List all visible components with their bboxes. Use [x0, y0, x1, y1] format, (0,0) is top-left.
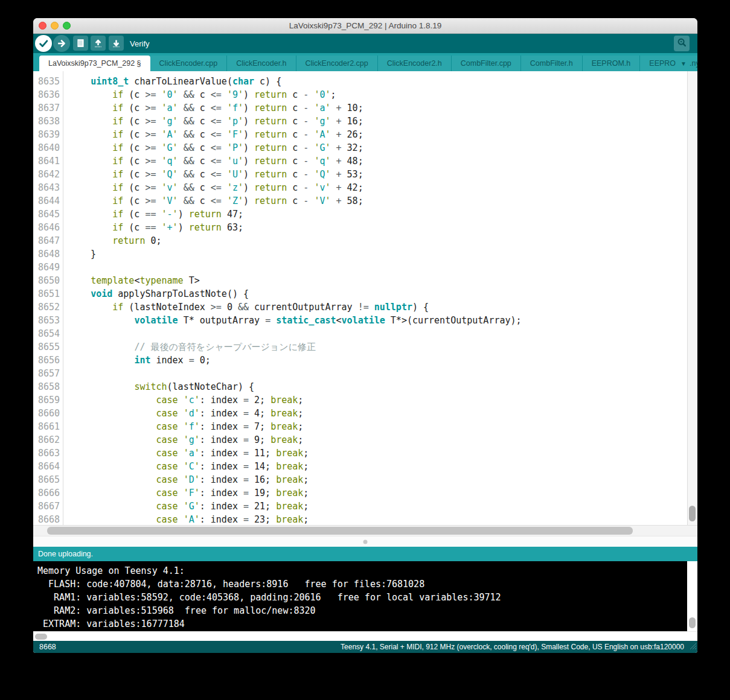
code-line[interactable]: 8648 } — [33, 247, 687, 261]
editor-vertical-scrollbar-thumb[interactable] — [689, 506, 696, 521]
tab-bar: LaVoixski9p73_PCM_292 §ClickEncoder.cppC… — [33, 53, 697, 71]
open-button[interactable] — [91, 36, 106, 51]
tab-label: ClickEncoder2.h — [387, 59, 442, 68]
tab-clickencoder-cpp[interactable]: ClickEncoder.cpp — [150, 56, 228, 71]
arrow-right-icon — [56, 37, 68, 49]
verify-button[interactable] — [35, 35, 52, 52]
console-vertical-scrollbar[interactable] — [687, 561, 697, 631]
console-horizontal-scrollbar-thumb[interactable] — [35, 634, 47, 640]
arduino-ide-window: LaVoixski9p73_PCM_292 | Arduino 1.8.19 V… — [33, 18, 697, 653]
code-line[interactable]: 8662 case 'g': index = 9; break; — [33, 433, 687, 447]
line-number: 8661 — [33, 420, 63, 433]
console-horizontal-scrollbar[interactable] — [33, 631, 697, 641]
console-line: RAM1: variables:58592, code:405368, padd… — [37, 591, 687, 604]
code-line[interactable]: 8659 case 'c': index = 2; break; — [33, 393, 687, 407]
code-line[interactable]: 8643 if (c >= 'v' && c <= 'z') return c … — [33, 181, 687, 194]
code-line[interactable]: 8663 case 'a': index = 11; break; — [33, 447, 687, 460]
code-line[interactable]: 8666 case 'F': index = 19; break; — [33, 486, 687, 500]
tab-eepro[interactable]: EEPRO▼.nyth — [640, 56, 697, 71]
code-line[interactable]: 8645 if (c == '-') return 47; — [33, 208, 687, 221]
title-bar[interactable]: LaVoixski9p73_PCM_292 | Arduino 1.8.19 — [33, 18, 697, 34]
code-text: case 'G': index = 21; break; — [63, 500, 309, 513]
toolbar: Verify — [33, 34, 697, 53]
code-line[interactable]: 8635 uint8_t charToLinearValue(char c) { — [33, 75, 687, 88]
code-line[interactable]: 8655 // 最後の音符をシャープバージョンに修正 — [33, 340, 687, 354]
console-vertical-scrollbar-thumb[interactable] — [689, 617, 696, 628]
code-line[interactable]: 8642 if (c >= 'Q' && c <= 'U') return c … — [33, 168, 687, 181]
upload-button[interactable] — [53, 35, 70, 52]
tab-combfilter-cpp[interactable]: CombFilter.cpp — [452, 56, 521, 71]
code-line[interactable]: 8646 if (c == '+') return 63; — [33, 221, 687, 234]
document-icon — [75, 38, 86, 48]
code-line[interactable]: 8668 case 'A': index = 23; break; — [33, 513, 687, 525]
code-scroll-area[interactable]: 86348635 uint8_t charToLinearValue(char … — [33, 71, 687, 525]
line-number: 8654 — [33, 327, 63, 340]
line-number: 8666 — [33, 486, 63, 500]
tab-clickencoder-h[interactable]: ClickEncoder.h — [227, 56, 296, 71]
line-number: 8656 — [33, 354, 63, 367]
code-line[interactable]: 8650 template<typename T> — [33, 274, 687, 287]
console-output[interactable]: Memory Usage on Teensy 4.1: FLASH: code:… — [33, 561, 697, 631]
code-line[interactable]: 8636 if (c >= '0' && c <= '9') return c … — [33, 88, 687, 101]
tab-list-dropdown-icon[interactable]: ▼ — [680, 60, 687, 67]
code-line[interactable]: 8665 case 'D': index = 16; break; — [33, 473, 687, 486]
code-line[interactable]: 8644 if (c >= 'V' && c <= 'Z') return c … — [33, 194, 687, 208]
tab-lavoixski9p73-pcm-292-[interactable]: LaVoixski9p73_PCM_292 § — [39, 56, 150, 71]
close-window-button[interactable] — [39, 22, 46, 30]
line-number: 8651 — [33, 287, 63, 301]
board-port-info: Teensy 4.1, Serial + MIDI, 912 MHz (over… — [341, 643, 684, 651]
editor-vertical-scrollbar[interactable] — [687, 71, 697, 525]
zoom-window-button[interactable] — [63, 22, 71, 30]
magnifier-icon — [676, 37, 687, 50]
line-number: 8643 — [33, 181, 63, 194]
save-button[interactable] — [109, 36, 124, 51]
line-number: 8642 — [33, 168, 63, 181]
code-line[interactable]: 8657 — [33, 367, 687, 380]
code-line[interactable]: 8658 switch(lastNoteChar) { — [33, 380, 687, 393]
code-text: case 'f': index = 7; break; — [63, 420, 303, 433]
minimize-window-button[interactable] — [51, 22, 59, 30]
tab-clickencoder2-cpp[interactable]: ClickEncoder2.cpp — [296, 56, 378, 71]
line-number: 8650 — [33, 274, 63, 287]
code-text — [63, 367, 69, 380]
code-line[interactable]: 8641 if (c >= 'q' && c <= 'u') return c … — [33, 154, 687, 168]
code-line[interactable]: 8653 volatile T* outputArray = static_ca… — [33, 314, 687, 327]
code-line[interactable]: 8654 — [33, 327, 687, 340]
code-line[interactable]: 8667 case 'G': index = 21; break; — [33, 500, 687, 513]
code-line[interactable]: 8660 case 'd': index = 4; break; — [33, 407, 687, 420]
tab-label: ClickEncoder.cpp — [159, 59, 218, 68]
line-number: 8640 — [33, 141, 63, 154]
code-text: if (c == '+') return 63; — [63, 221, 243, 234]
tab-combfilter-h[interactable]: CombFilter.h — [521, 56, 583, 71]
new-button[interactable] — [73, 36, 88, 51]
code-line[interactable]: 8638 if (c >= 'g' && c <= 'p') return c … — [33, 115, 687, 128]
serial-monitor-button[interactable] — [674, 36, 690, 51]
code-line[interactable]: 8661 case 'f': index = 7; break; — [33, 420, 687, 433]
code-text: if (c >= 'V' && c <= 'Z') return c - 'V'… — [63, 194, 363, 208]
code-editor[interactable]: 86348635 uint8_t charToLinearValue(char … — [33, 71, 697, 525]
code-line[interactable]: 8647 return 0; — [33, 234, 687, 247]
editor-horizontal-scrollbar[interactable] — [33, 525, 697, 536]
code-line[interactable]: 8652 if (lastNoteIndex >= 0 && currentOu… — [33, 301, 687, 314]
tab-label: LaVoixski9p73_PCM_292 § — [48, 59, 141, 68]
code-text: template<typename T> — [63, 274, 200, 287]
code-line[interactable]: 8656 int index = 0; — [33, 354, 687, 367]
console-line: EXTRAM: variables:16777184 — [37, 617, 687, 631]
resize-grip-icon[interactable] — [688, 641, 696, 652]
editor-console-splitter[interactable] — [33, 536, 697, 547]
code-text: if (c >= '0' && c <= '9') return c - '0'… — [63, 88, 336, 101]
tab-label: EEPRO — [649, 59, 676, 68]
tab-eeprom-h[interactable]: EEPROM.h — [583, 56, 641, 71]
code-line[interactable]: 8639 if (c >= 'A' && c <= 'F') return c … — [33, 128, 687, 141]
code-line[interactable]: 8651 void applySharpToLastNote() { — [33, 287, 687, 301]
code-line[interactable]: 8649 — [33, 261, 687, 274]
code-line[interactable]: 8664 case 'C': index = 14; break; — [33, 460, 687, 473]
tab-clickencoder2-h[interactable]: ClickEncoder2.h — [378, 56, 452, 71]
code-text: if (c >= 'a' && c <= 'f') return c - 'a'… — [63, 101, 363, 115]
bottom-status-bar: 8668 Teensy 4.1, Serial + MIDI, 912 MHz … — [33, 641, 697, 653]
code-text: if (c >= 'q' && c <= 'u') return c - 'q'… — [63, 154, 363, 168]
code-line[interactable]: 8640 if (c >= 'G' && c <= 'P') return c … — [33, 141, 687, 154]
code-line[interactable]: 8637 if (c >= 'a' && c <= 'f') return c … — [33, 101, 687, 115]
editor-horizontal-scrollbar-thumb[interactable] — [47, 527, 633, 535]
code-text — [63, 327, 69, 340]
